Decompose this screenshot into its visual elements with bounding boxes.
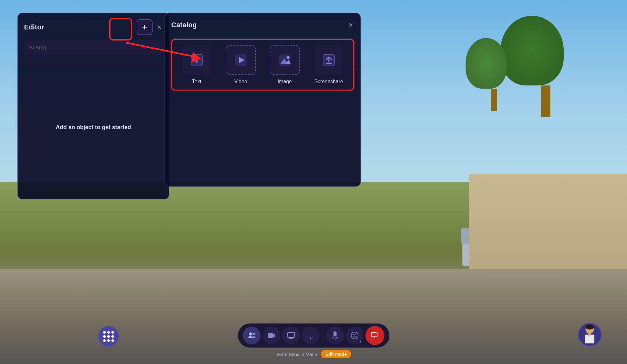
svg-point-7: [286, 56, 290, 59]
toolbar: ··· ▲ ▲: [238, 323, 389, 348]
catalog-close-button[interactable]: ×: [347, 19, 354, 31]
mic-icon: [331, 331, 339, 340]
svg-rect-31: [585, 335, 594, 343]
toolbar-mic-button[interactable]: [326, 327, 344, 344]
tree: [527, 25, 564, 117]
svg-rect-15: [268, 333, 273, 338]
editor-title: Editor: [24, 23, 44, 31]
svg-point-23: [353, 334, 354, 335]
editor-actions: + ×: [137, 19, 163, 35]
svg-rect-32: [588, 333, 591, 336]
editor-header: Editor + ×: [24, 19, 163, 35]
editor-panel: Editor + × Add an object to get started: [17, 13, 169, 199]
grid-view-button[interactable]: [98, 326, 119, 347]
toolbar-record-button[interactable]: [365, 326, 384, 345]
svg-point-14: [252, 333, 255, 335]
sync-status-text: Team Sync in Mesh: [276, 352, 317, 357]
video-icon: [233, 53, 248, 68]
editor-close-button[interactable]: ×: [156, 22, 163, 33]
toolbar-emoji-button[interactable]: ▲: [346, 327, 363, 344]
catalog-items-row: T Text Video: [171, 39, 354, 91]
emoji-icon: [350, 331, 359, 340]
screen-icon: [287, 331, 295, 340]
catalog-label-text: Text: [192, 79, 201, 85]
editor-empty-state: Add an object to get started: [24, 62, 163, 193]
catalog-title: Catalog: [171, 21, 197, 29]
catalog-item-video[interactable]: Video: [221, 45, 260, 85]
chevron-up-icon: ▲: [309, 336, 312, 340]
catalog-icon-image: [270, 45, 300, 75]
toolbar-divider: [323, 330, 323, 341]
people-icon: [247, 331, 256, 340]
camera-icon: [267, 331, 275, 340]
catalog-icon-screenshare: [314, 45, 344, 75]
emoji-chevron-icon: ▲: [359, 340, 362, 343]
svg-point-30: [586, 324, 594, 329]
text-icon: T: [189, 53, 204, 68]
svg-point-26: [376, 332, 379, 335]
add-object-button[interactable]: +: [137, 19, 153, 35]
screenshare-icon: [321, 53, 336, 68]
status-bar: Team Sync in Mesh Edit mode: [276, 350, 351, 358]
catalog-item-screenshare[interactable]: Screenshare: [309, 45, 348, 85]
image-icon: [277, 53, 292, 68]
catalog-icon-text: T: [182, 45, 212, 75]
edit-mode-badge[interactable]: Edit mode: [321, 350, 351, 358]
svg-marker-16: [273, 333, 275, 338]
wall: [469, 174, 627, 269]
tree-2: [481, 38, 507, 111]
catalog-panel: Catalog × T Text Video: [165, 13, 361, 187]
toolbar-more-button[interactable]: ··· ▲: [302, 327, 319, 344]
record-icon: [370, 331, 379, 340]
grid-dots-icon: [99, 327, 118, 346]
tree-trunk: [541, 85, 550, 117]
catalog-header: Catalog ×: [171, 19, 354, 31]
svg-point-22: [351, 332, 358, 339]
catalog-label-video: Video: [234, 79, 247, 85]
svg-point-13: [249, 332, 252, 336]
catalog-item-text[interactable]: T Text: [177, 45, 216, 85]
tree-foliage: [500, 16, 564, 85]
catalog-label-screenshare: Screenshare: [314, 79, 343, 85]
catalog-label-image: Image: [278, 79, 292, 85]
catalog-icon-video: [226, 45, 256, 75]
toolbar-camera-button[interactable]: [262, 327, 280, 344]
avatar-figure-icon: [581, 324, 599, 346]
editor-search-input[interactable]: [24, 40, 163, 55]
svg-text:T: T: [194, 56, 199, 65]
toolbar-screen-button[interactable]: [282, 327, 300, 344]
svg-rect-17: [287, 333, 294, 337]
toolbar-people-button[interactable]: [243, 327, 260, 344]
svg-point-24: [355, 334, 356, 335]
catalog-item-image[interactable]: Image: [265, 45, 304, 85]
floor: [0, 269, 627, 364]
user-avatar[interactable]: [578, 323, 602, 347]
svg-rect-20: [333, 331, 336, 336]
